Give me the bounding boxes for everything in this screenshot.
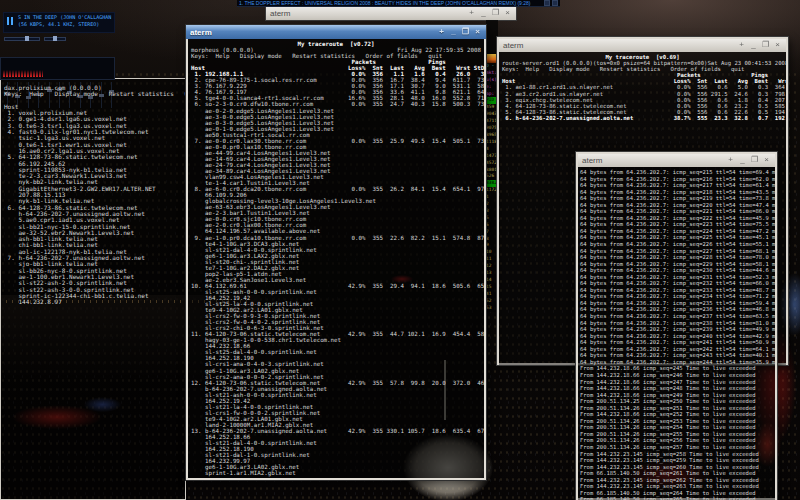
window-title: aterm: [190, 28, 212, 37]
playlist-shade-button[interactable]: [544, 0, 550, 6]
ping-terminal[interactable]: aterm + _ ❐ × 64 bytes from 64.236.202.7…: [576, 152, 777, 500]
sticky-icon[interactable]: +: [467, 9, 476, 18]
terminal-line: From 144.232.18.66 icmp_seq=248 Time to …: [580, 385, 773, 392]
sticky-icon[interactable]: +: [737, 41, 746, 50]
close-icon[interactable]: ×: [773, 41, 782, 50]
maximize-icon[interactable]: ❐: [491, 9, 500, 18]
playlist-close-button[interactable]: [552, 0, 558, 6]
terminal-line: 64 bytes from 64.236.202.7: icmp_seq=226…: [580, 241, 773, 248]
terminal-line: 64 bytes from 64.236.202.7: icmp_seq=230…: [580, 267, 773, 274]
window-titlebar[interactable]: aterm + _ ❐ ×: [186, 25, 486, 39]
terminal-line: 64 bytes from 64.236.202.7: icmp_seq=221…: [580, 208, 773, 215]
spectrum-visualizer: [3, 70, 43, 77]
volume-knob[interactable]: [25, 36, 29, 41]
sticky-icon[interactable]: +: [437, 28, 446, 37]
audacious-display: S IN THE DEEP (JOHN O'CALLAGHAN R (56 KB…: [3, 12, 115, 33]
pause-indicator-icon: [7, 17, 14, 25]
terminal-line: 64 bytes from 64.236.202.7: icmp_seq=239…: [580, 326, 773, 333]
terminal-line: From 144.232.18.66 icmp_seq=252 Time to …: [580, 411, 773, 418]
terminal-line: From 144.232.23.145 icmp_seq=259 Time to…: [580, 457, 773, 464]
left-traceroute-terminal[interactable]: dax.prolixium.com (0.0.0.0)Keys: Help Di…: [0, 78, 186, 500]
terminal-output: 64 bytes from 64.236.202.7: icmp_seq=215…: [578, 167, 775, 500]
terminal-line: 3. eqix.chcg.twtelecom.net 0.0% 556 0.6 …: [502, 97, 783, 103]
terminal-line: 64 bytes from 64.236.202.7: icmp_seq=217…: [580, 182, 773, 189]
minimize-icon[interactable]: _: [479, 9, 488, 18]
terminal-line: 6. so-2-3-0.cr0.dfw10.tbone.rr.com 0.0% …: [191, 101, 481, 107]
terminal-line: From 144.232.18.66 icmp_seq=245 Time to …: [580, 365, 773, 372]
window-title: aterm: [270, 9, 290, 18]
center-traceroute-terminal[interactable]: aterm + _ ❐ × My traceroute [v0.72] morp…: [186, 25, 486, 480]
terminal-line: 2. ae3.cr2.ord1.us.nlayer.net 0.0% 556 2…: [502, 91, 783, 97]
terminal-line: From 66.185.140.50 icmp_seq=265 Time to …: [580, 496, 773, 500]
minimize-icon[interactable]: _: [749, 41, 758, 50]
terminal-line: 64 bytes from 64.236.202.7: icmp_seq=243…: [580, 352, 773, 359]
terminal-line: From 200.51.134.25 icmp_seq=250 Time to …: [580, 398, 773, 405]
now-playing-text: 1. THE DOPPLER EFFECT : UNIVERSAL RELIGI…: [237, 0, 544, 6]
audacious-playlist-panel[interactable]: [0, 57, 115, 80]
terminal-line: 64 bytes from 64.236.202.7: icmp_seq=237…: [580, 313, 773, 320]
terminal-line: 144.232.8.97: [4, 299, 182, 305]
minimize-icon[interactable]: _: [738, 156, 747, 165]
volume-slider[interactable]: [4, 37, 40, 41]
terminal-line: sprint-1.ar1.MIA2.gblx.net: [191, 470, 481, 476]
terminal-line: 1. ae1-88.cr1.ord1.us.nlayer.net 0.0% 55…: [502, 84, 783, 90]
terminal-line: From 66.185.140.50 icmp_seq=261 Time to …: [580, 470, 773, 477]
playlist-shade-bar[interactable]: 1. THE DOPPLER EFFECT : UNIVERSAL RELIGI…: [237, 0, 560, 7]
terminal-line: From 144.232.23.145 icmp_seq=263 Time to…: [580, 483, 773, 490]
mtr-table: Host Loss% Snt Last Avg Best Wrst StDev …: [502, 78, 783, 121]
window-title: aterm: [503, 41, 523, 50]
close-icon[interactable]: ×: [503, 9, 512, 18]
window-titlebar[interactable]: aterm + _ ❐ ×: [499, 39, 786, 52]
terminal-line: Keys: Help Display mode Restart statisti…: [4, 91, 182, 97]
mtr-table: Host Loss% Snt Last Avg Best Wrst StDev …: [191, 65, 481, 476]
terminal-line: 64 bytes from 64.236.202.7: icmp_seq=241…: [580, 339, 773, 346]
terminal-line: From 200.51.134.26 icmp_seq=256 Time to …: [580, 437, 773, 444]
window-titlebar[interactable]: aterm + _ ❐ ×: [578, 154, 775, 167]
terminal-line: 64 bytes from 64.236.202.7: icmp_seq=228…: [580, 254, 773, 261]
background-terminal-titlebar[interactable]: aterm + _ ❐ ×: [266, 7, 516, 20]
sticky-icon[interactable]: +: [726, 156, 735, 165]
terminal-line: 9. ae-1-0.pr0.dca10.tbone.rr.com 0.0% 35…: [191, 235, 481, 241]
terminal-line: 64 bytes from 64.236.202.7: icmp_seq=223…: [580, 221, 773, 228]
terminal-line: 12. 64-120-73-06.static.twtelecom.net 42…: [191, 380, 481, 386]
track-title-text: S IN THE DEEP (JOHN O'CALLAGHAN R: [18, 14, 112, 21]
terminal-line: From 200.51.134.26 icmp_seq=254 Time to …: [580, 424, 773, 431]
terminal-line: From 144.232.18.66 icmp_seq=246 Time to …: [580, 372, 773, 379]
maximize-icon[interactable]: ❐: [750, 156, 759, 165]
balance-knob[interactable]: [53, 36, 57, 41]
terminal-line: 64 bytes from 64.236.202.7: icmp_seq=215…: [580, 169, 773, 176]
terminal-line: From 200.51.134.26 icmp_seq=257 Time to …: [580, 444, 773, 451]
maximize-icon[interactable]: ❐: [461, 28, 470, 37]
terminal-line: 64 bytes from 64.236.202.7: icmp_seq=234…: [580, 293, 773, 300]
close-icon[interactable]: ×: [473, 28, 482, 37]
terminal-line: 6. h-64-236-202-7.unassigned.aolta.net 3…: [502, 115, 783, 121]
close-icon[interactable]: ×: [762, 156, 771, 165]
balance-slider[interactable]: [44, 37, 66, 41]
minimize-icon[interactable]: _: [449, 28, 458, 37]
track-format-text: (56 KBPS, 44.1 KHZ, STEREO): [18, 21, 112, 28]
maximize-icon[interactable]: ❐: [761, 41, 770, 50]
terminal-line: 7. ae-0-0.cr0.lax30.tbone.rr.com 0.0% 35…: [191, 138, 481, 144]
terminal-output: dax.prolixium.com (0.0.0.0)Keys: Help Di…: [1, 79, 185, 499]
terminal-output: My traceroute [v0.72] morpheus (0.0.0.0)…: [186, 39, 486, 480]
terminal-line: 64 bytes from 64.236.202.7: icmp_seq=232…: [580, 280, 773, 287]
terminal-line: 4. 64-128-73-86.static.twtelecom.net 0.0…: [502, 103, 783, 109]
window-title: aterm: [582, 156, 602, 165]
terminal-line: 64 bytes from 64.236.202.7: icmp_seq=219…: [580, 195, 773, 202]
